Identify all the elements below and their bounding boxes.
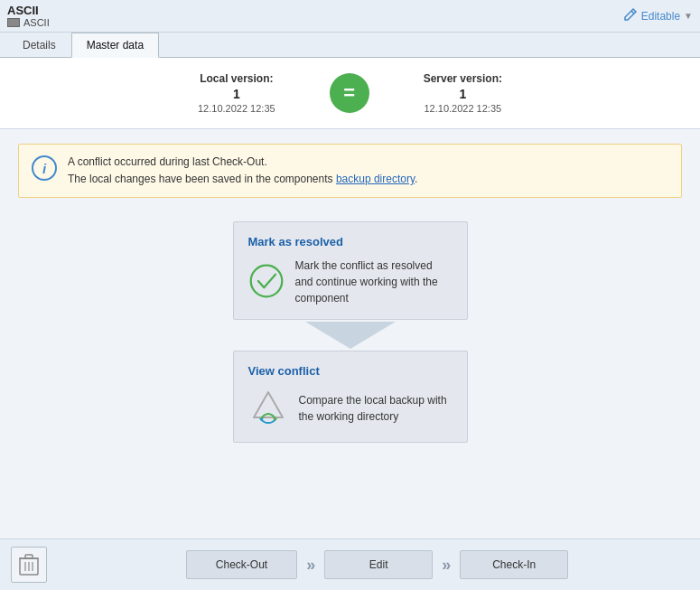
- version-bar: Local version: 1 12.10.2022 12:35 = Serv…: [0, 58, 700, 129]
- mark-as-resolved-body: Mark the conflict as resolved and contin…: [248, 258, 453, 306]
- tab-master-data[interactable]: Master data: [71, 33, 159, 58]
- info-text: A conflict occurred during last Check-Ou…: [68, 154, 417, 188]
- svg-rect-6: [25, 555, 33, 558]
- svg-point-0: [250, 266, 282, 297]
- checkin-button[interactable]: Check-In: [460, 550, 568, 579]
- arrow-shape: [305, 322, 396, 349]
- title-left: ASCII ASCII: [7, 4, 50, 28]
- title-right: Editable ▼: [623, 7, 693, 24]
- app-subtitle: ASCII: [7, 17, 50, 28]
- equals-icon: =: [330, 73, 369, 113]
- server-version-date: 12.10.2022 12:35: [424, 103, 502, 114]
- local-version-label: Local version:: [198, 72, 275, 85]
- main-content: Local version: 1 12.10.2022 12:35 = Serv…: [0, 58, 700, 538]
- server-version-block: Server version: 1 12.10.2022 12:35: [424, 72, 502, 114]
- view-conflict-body: Compare the local backup with the workin…: [248, 387, 453, 429]
- backup-directory-link[interactable]: backup directory: [336, 173, 415, 185]
- action-buttons: Check-Out » Edit » Check-In: [65, 550, 689, 579]
- mark-as-resolved-title: Mark as resolved: [248, 235, 453, 248]
- edit-button[interactable]: Edit: [324, 550, 433, 579]
- arrow-divider: [233, 322, 468, 349]
- checkmark-icon: [248, 263, 285, 302]
- mark-as-resolved-card[interactable]: Mark as resolved Mark the conflict as re…: [233, 221, 468, 320]
- server-version-label: Server version:: [424, 72, 502, 85]
- info-line2: The local changes have been saved in the…: [68, 173, 333, 185]
- title-bar: ASCII ASCII Editable ▼: [0, 0, 700, 33]
- ascii-icon: [7, 18, 20, 27]
- tabs-bar: Details Master data: [0, 33, 700, 58]
- compare-icon: [248, 387, 288, 429]
- chevron-right-1-icon: »: [297, 556, 324, 575]
- bottom-bar: Check-Out » Edit » Check-In: [0, 538, 700, 590]
- view-conflict-title: View conflict: [248, 364, 453, 378]
- checkout-button[interactable]: Check-Out: [186, 550, 297, 579]
- trash-button[interactable]: [11, 547, 47, 583]
- info-line2-end: .: [415, 173, 417, 185]
- dropdown-arrow-icon[interactable]: ▼: [684, 11, 693, 21]
- view-conflict-description: Compare the local backup with the workin…: [299, 392, 453, 425]
- local-version-block: Local version: 1 12.10.2022 12:35: [198, 72, 275, 114]
- info-line1: A conflict occurred during last Check-Ou…: [68, 155, 267, 168]
- local-version-date: 12.10.2022 12:35: [198, 103, 275, 114]
- local-version-number: 1: [198, 87, 275, 101]
- mark-as-resolved-description: Mark the conflict as resolved and contin…: [295, 258, 453, 306]
- view-conflict-card[interactable]: View conflict C: [233, 351, 468, 443]
- tab-details[interactable]: Details: [7, 33, 71, 57]
- info-banner: i A conflict occurred during last Check-…: [18, 144, 682, 198]
- cards-area: Mark as resolved Mark the conflict as re…: [0, 212, 700, 538]
- editable-label: Editable: [641, 10, 680, 23]
- pencil-icon: [623, 7, 638, 24]
- chevron-right-2-icon: »: [433, 556, 460, 575]
- app-title: ASCII: [7, 4, 50, 17]
- info-icon: i: [32, 155, 57, 181]
- server-version-number: 1: [424, 87, 502, 101]
